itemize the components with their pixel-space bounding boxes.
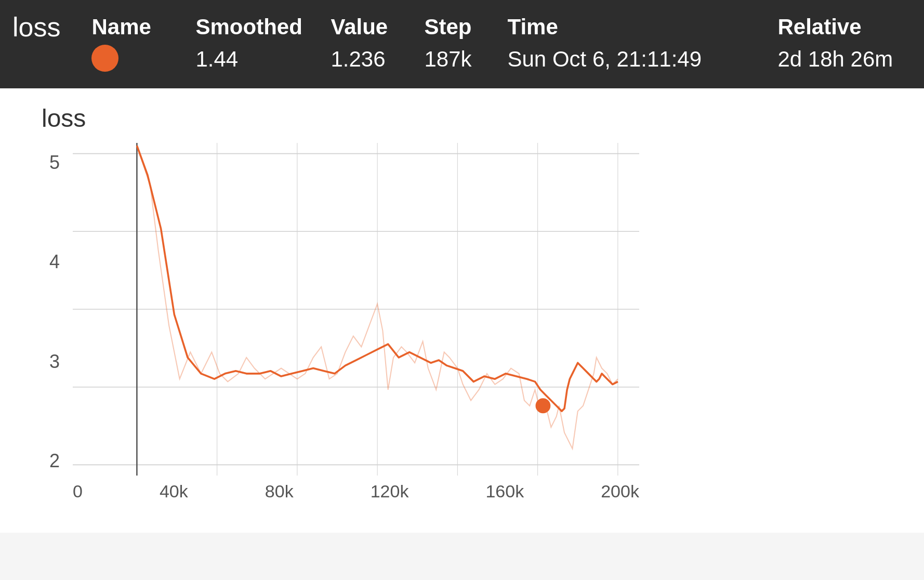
chart-label: loss: [42, 104, 903, 133]
x-label-40k: 40k: [160, 481, 188, 502]
chart-svg: [73, 143, 639, 476]
x-axis: 0 40k 80k 120k 160k 200k: [73, 481, 639, 502]
x-label-0: 0: [73, 481, 83, 502]
tooltip-table: Name Smoothed Value Step Time Relative 1…: [91, 15, 924, 74]
row-time: Sun Oct 6, 21:11:49: [507, 47, 777, 72]
y-label-2: 2: [42, 452, 70, 470]
tooltip-data-row: 1.44 1.236 187k Sun Oct 6, 21:11:49 2d 1…: [91, 45, 924, 74]
y-label-4: 4: [42, 253, 70, 271]
col-header-name: Name: [91, 15, 195, 39]
data-point-dot: [536, 398, 551, 413]
row-step: 187k: [424, 47, 507, 72]
y-axis: 5 4 3 2: [42, 153, 70, 470]
chart-wrapper: 5 4 3 2: [42, 143, 639, 502]
x-label-80k: 80k: [265, 481, 294, 502]
col-header-smoothed: Smoothed: [195, 15, 331, 39]
col-header-time: Time: [507, 15, 777, 39]
col-header-relative: Relative: [777, 15, 924, 39]
x-label-200k: 200k: [601, 481, 639, 502]
x-label-120k: 120k: [371, 481, 409, 502]
series-dot: [91, 45, 118, 72]
x-label-160k: 160k: [485, 481, 524, 502]
row-smoothed: 1.44: [195, 47, 331, 72]
row-value: 1.236: [331, 47, 424, 72]
col-header-value: Value: [331, 15, 424, 39]
tooltip-title: loss: [12, 6, 60, 43]
row-dot: [91, 45, 195, 74]
col-header-step: Step: [424, 15, 507, 39]
tooltip-header: Name Smoothed Value Step Time Relative: [91, 15, 924, 39]
tooltip-bar: loss Name Smoothed Value Step Time Relat…: [0, 0, 924, 88]
y-label-5: 5: [42, 153, 70, 172]
row-relative: 2d 18h 26m: [777, 47, 924, 72]
y-label-3: 3: [42, 352, 70, 371]
chart-inner: [73, 143, 639, 476]
chart-container: loss 5 4 3 2: [0, 88, 924, 533]
